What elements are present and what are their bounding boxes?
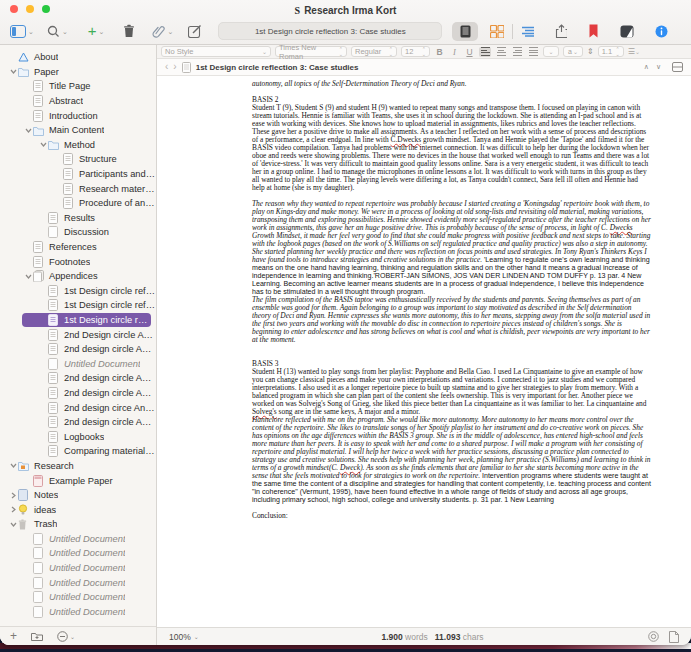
- binder-item[interactable]: Logbooks: [0, 429, 156, 444]
- binder-item[interactable]: Discussion: [0, 225, 156, 240]
- italic-button[interactable]: I: [449, 47, 460, 57]
- binder-item[interactable]: Paper: [0, 65, 156, 80]
- binder-item[interactable]: 2nd design circe Analy...: [0, 400, 156, 415]
- disclosure-open-icon[interactable]: [23, 273, 33, 280]
- view-mode-document-button[interactable]: [452, 22, 478, 41]
- item-actions-button[interactable]: ⌄: [57, 631, 75, 642]
- highlight-select[interactable]: a⌄: [563, 46, 583, 57]
- binder-item[interactable]: 2nd design circle Anal...: [0, 371, 156, 386]
- zoom-button[interactable]: [42, 5, 50, 13]
- binder-item[interactable]: 1st Design circle refle...: [22, 313, 151, 328]
- sidebar-toggle-button[interactable]: ⌄: [10, 25, 34, 38]
- binder-item[interactable]: Title Page: [0, 79, 156, 94]
- paragraph: [252, 344, 651, 352]
- minimize-button[interactable]: [26, 5, 34, 13]
- zoom-value: 100%: [169, 632, 191, 642]
- binder-item[interactable]: Example Paper: [0, 473, 156, 488]
- next-document-button[interactable]: ∨: [656, 63, 663, 71]
- back-button[interactable]: ‹: [165, 62, 168, 72]
- binder-item[interactable]: Untitled Document: [0, 532, 156, 547]
- doc-icon: [33, 241, 46, 253]
- add-item-button[interactable]: + ⌄: [88, 25, 105, 38]
- text-color-select[interactable]: ⌄: [543, 46, 559, 57]
- binder-item[interactable]: Procedure of analy...: [0, 196, 156, 211]
- binder-item[interactable]: Untitled Document: [0, 561, 156, 576]
- binder-item[interactable]: Research: [0, 459, 156, 474]
- binder-item[interactable]: Research material/...: [0, 181, 156, 196]
- inspector-button[interactable]: [655, 25, 668, 38]
- binder-item[interactable]: ideas: [0, 502, 156, 517]
- editor-content[interactable]: autonomy, all topics of the Self-Determi…: [157, 76, 691, 627]
- underline-button[interactable]: U: [464, 47, 475, 57]
- document-title-field[interactable]: 1st Design circle reflection 3: Case stu…: [218, 22, 442, 40]
- binder-item[interactable]: Main Content: [0, 123, 156, 138]
- binder-item[interactable]: Method: [0, 138, 156, 153]
- text-run: Student H (13) wanted to play songs from…: [252, 367, 646, 408]
- align-center-button[interactable]: [495, 47, 507, 57]
- binder-item[interactable]: Untitled Document: [0, 356, 156, 371]
- binder-item[interactable]: Abstract: [0, 94, 156, 109]
- binder-item[interactable]: Untitled Document: [0, 590, 156, 605]
- split-editor-button[interactable]: [672, 62, 683, 72]
- binder-item-label: 2nd design circle Anal...: [61, 373, 156, 383]
- disclosure-open-icon[interactable]: [8, 462, 18, 469]
- disclosure-closed-icon[interactable]: [8, 492, 18, 499]
- binder-item[interactable]: Trash: [0, 517, 156, 532]
- binder-item[interactable]: 1st Design circle refle...: [0, 298, 156, 313]
- share-button[interactable]: [555, 24, 567, 38]
- quick-reference-button[interactable]: [620, 25, 634, 38]
- font-select[interactable]: Times New Roman ⌃⌄: [275, 46, 347, 57]
- bold-button[interactable]: B: [434, 47, 445, 57]
- binder-item[interactable]: Untitled Document: [0, 575, 156, 590]
- binder-item[interactable]: 2nd Design circle Anal...: [0, 327, 156, 342]
- binder-item[interactable]: Footnotes: [0, 254, 156, 269]
- line-spacing-select[interactable]: 1.1 ⌃⌄: [598, 46, 624, 57]
- binder-item[interactable]: 2nd design circle Anal...: [0, 342, 156, 357]
- binder-item[interactable]: Comparing material in...: [0, 444, 156, 459]
- binder-item[interactable]: 2nd design circle Anal...: [0, 386, 156, 401]
- search-button[interactable]: ⌄: [47, 25, 68, 38]
- binder-item[interactable]: Notes: [0, 488, 156, 503]
- add-folder-button[interactable]: [31, 627, 43, 645]
- font-variant-select[interactable]: Regular ⌃⌄: [351, 46, 397, 57]
- previous-document-button[interactable]: ∧: [644, 63, 651, 71]
- view-mode-outliner-button[interactable]: [521, 25, 535, 37]
- binder-item[interactable]: 1st Design circle refle...: [0, 284, 156, 299]
- binder-item[interactable]: Appendices: [0, 269, 156, 284]
- disclosure-closed-icon[interactable]: [8, 506, 18, 513]
- binder-item[interactable]: Participants and co...: [0, 167, 156, 182]
- binder-item[interactable]: References: [0, 240, 156, 255]
- binder-item[interactable]: Results: [0, 211, 156, 226]
- binder-item[interactable]: Untitled Document: [0, 546, 156, 561]
- compose-button[interactable]: [188, 25, 202, 38]
- forward-button[interactable]: ›: [173, 62, 176, 72]
- disclosure-open-icon[interactable]: [8, 68, 18, 75]
- binder-item[interactable]: Structure: [0, 152, 156, 167]
- target-icon[interactable]: [648, 631, 659, 642]
- page-view-icon[interactable]: [669, 631, 679, 643]
- font-size-select[interactable]: 12 ⌃⌄: [401, 46, 430, 57]
- disclosure-open-icon[interactable]: [8, 521, 18, 528]
- zoom-select[interactable]: 100% ⌄: [157, 632, 217, 642]
- binder-item[interactable]: About: [0, 50, 156, 65]
- disclosure-open-icon[interactable]: [23, 127, 33, 134]
- close-button[interactable]: [10, 5, 18, 13]
- disclosure-open-icon[interactable]: [38, 141, 48, 148]
- doc-icon: [33, 80, 46, 92]
- paragraph: [252, 504, 651, 512]
- attachment-button[interactable]: ⌄: [152, 24, 173, 38]
- align-justify-button[interactable]: [527, 47, 539, 57]
- doc-icon: [48, 431, 61, 443]
- binder-item[interactable]: Untitled Document: [0, 605, 156, 620]
- align-left-button[interactable]: [479, 47, 491, 57]
- trash-button[interactable]: [123, 24, 135, 38]
- binder-item-label: About: [31, 52, 58, 62]
- binder-item[interactable]: Introduction: [0, 108, 156, 123]
- list-format-button[interactable]: ☰ ⌄: [628, 47, 639, 56]
- align-right-button[interactable]: [511, 47, 523, 57]
- style-select[interactable]: No Style ⌄: [161, 46, 271, 57]
- view-mode-corkboard-button[interactable]: [490, 25, 504, 38]
- binder-item[interactable]: 2nd design circle Anal...: [0, 415, 156, 430]
- bookmark-button[interactable]: [588, 24, 599, 38]
- add-document-button[interactable]: +: [10, 630, 17, 642]
